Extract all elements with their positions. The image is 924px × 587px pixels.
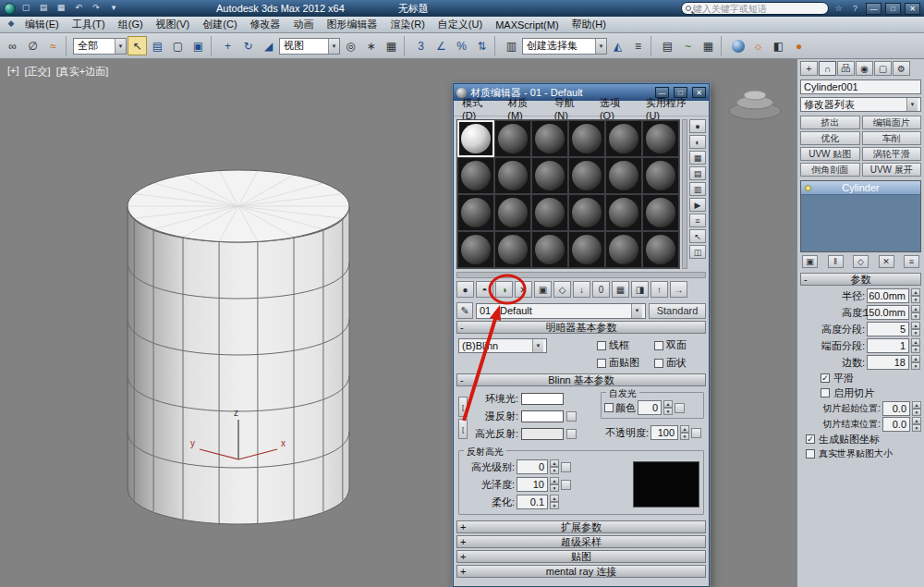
specular-level-spinner[interactable] — [550, 459, 559, 474]
layer-manager-icon[interactable]: ▤ — [658, 36, 677, 55]
dropdown-arrow-icon[interactable] — [115, 39, 126, 54]
new-scene-icon[interactable]: ▢ — [18, 2, 33, 15]
pick-material-eyedropper-icon[interactable]: ✎ — [456, 302, 473, 319]
dropdown-arrow-icon[interactable] — [631, 304, 642, 318]
get-material-icon[interactable]: ● — [456, 281, 474, 298]
search-input[interactable] — [693, 4, 824, 14]
material-slot[interactable] — [605, 157, 642, 194]
opacity-map-button[interactable] — [691, 428, 701, 438]
cap-segments-spinner[interactable] — [911, 338, 920, 353]
material-slot[interactable] — [642, 231, 679, 268]
assign-material-to-selection-icon[interactable]: ◑ — [495, 281, 513, 298]
reference-coordinate-dropdown[interactable]: 视图 — [279, 38, 340, 55]
keyboard-shortcut-override-icon[interactable]: ▦ — [382, 36, 401, 55]
material-slot-selected[interactable] — [457, 120, 494, 157]
material-slot[interactable] — [457, 157, 494, 194]
menu-views[interactable]: 视图(V) — [150, 18, 197, 31]
make-material-copy-icon[interactable]: ▣ — [534, 281, 552, 298]
go-to-parent-icon[interactable]: ↑ — [650, 281, 668, 298]
menu-rendering[interactable]: 渲染(R) — [384, 18, 432, 31]
modifier-button-unwrap-uvw[interactable]: UVW 展开 — [862, 163, 922, 177]
modifier-button-edit-patch[interactable]: 编辑面片 — [862, 116, 922, 129]
open-file-icon[interactable]: ▤ — [36, 2, 51, 15]
material-slot[interactable] — [531, 120, 568, 157]
supersampling-rollout[interactable]: 超级采样 — [456, 535, 706, 548]
make-preview-icon[interactable]: ▶ — [689, 198, 706, 212]
extended-params-rollout[interactable]: 扩展参数 — [456, 520, 706, 533]
menu-graph-editors[interactable]: 图形编辑器 — [321, 18, 384, 31]
material-slot[interactable] — [494, 231, 531, 268]
tab-modify[interactable]: ∩ — [819, 61, 836, 76]
put-to-library-icon[interactable]: ↓ — [573, 281, 590, 298]
material-slot[interactable] — [605, 120, 642, 157]
save-icon[interactable]: ▦ — [54, 2, 68, 15]
rollout-expand-icon[interactable] — [460, 536, 466, 547]
video-color-check-icon[interactable]: ▥ — [689, 182, 706, 196]
unlink-selection-icon[interactable]: ∅ — [23, 36, 43, 55]
shader-type-dropdown[interactable]: (B)Blinn — [458, 338, 547, 353]
material-slot[interactable] — [457, 194, 494, 231]
opacity-spinner[interactable] — [680, 425, 689, 440]
rollout-collapse-icon[interactable] — [804, 274, 808, 285]
window-crossing-icon[interactable]: ▣ — [188, 36, 208, 55]
diffuse-map-button[interactable] — [566, 411, 577, 422]
dropdown-arrow-icon[interactable] — [906, 98, 918, 111]
material-slot[interactable] — [531, 194, 568, 231]
real-world-checkbox[interactable] — [806, 449, 815, 459]
height-field[interactable]: 150.0mm — [867, 305, 909, 320]
sides-spinner[interactable] — [911, 355, 920, 370]
material-slot[interactable] — [605, 194, 642, 231]
rendered-frame-window-icon[interactable]: ◧ — [769, 36, 788, 55]
height-spinner[interactable] — [911, 305, 920, 320]
spinner-snap-icon[interactable]: ⇅ — [472, 36, 492, 55]
backlight-icon[interactable]: ◐ — [689, 135, 706, 149]
edit-named-selection-sets-icon[interactable]: ▥ — [502, 36, 521, 55]
material-map-navigator-icon[interactable]: ◫ — [689, 245, 706, 259]
background-icon[interactable]: ▦ — [689, 151, 706, 165]
lock-diffuse-specular-icon[interactable]: [ — [458, 419, 468, 439]
modifier-button-uvw-map[interactable]: UVW 贴图 — [800, 147, 860, 161]
rollout-collapse-icon[interactable] — [460, 322, 464, 333]
self-illumination-spinner[interactable] — [663, 400, 673, 415]
stack-item-cylinder[interactable]: Cylinder — [801, 181, 920, 195]
select-and-scale-icon[interactable]: ◢ — [259, 36, 278, 55]
put-material-to-scene-icon[interactable]: ◓ — [476, 281, 493, 298]
tab-create[interactable]: + — [800, 61, 818, 76]
sides-field[interactable]: 18 — [867, 355, 909, 370]
glossiness-spinner[interactable] — [550, 477, 559, 492]
bind-to-space-warp-icon[interactable]: ≈ — [43, 36, 63, 55]
material-id-channel-icon[interactable]: 0 — [592, 281, 610, 298]
menu-help[interactable]: 帮助(H) — [565, 18, 613, 31]
maps-rollout[interactable]: 贴图 — [456, 550, 706, 563]
use-pivot-point-center-icon[interactable]: ◎ — [341, 36, 360, 55]
face-map-checkbox[interactable] — [597, 359, 606, 368]
render-production-icon[interactable]: ● — [789, 36, 808, 55]
menu-edit[interactable]: 编辑(E) — [18, 18, 66, 31]
menu-group[interactable]: 组(G) — [112, 18, 150, 31]
material-slot[interactable] — [605, 231, 642, 268]
show-end-result-icon[interactable]: ‖ — [828, 255, 844, 268]
material-slot[interactable] — [568, 194, 605, 231]
wire-checkbox[interactable] — [597, 341, 606, 350]
tab-motion[interactable]: ◉ — [856, 61, 873, 76]
max-logo-icon[interactable] — [4, 3, 16, 15]
curve-editor-icon[interactable]: ~ — [678, 36, 698, 55]
parameters-rollout[interactable]: 参数 — [800, 273, 921, 286]
cylinder-object[interactable] — [128, 170, 349, 524]
dropdown-arrow-icon[interactable] — [532, 339, 543, 352]
lock-ambient-diffuse-icon[interactable]: [ — [458, 397, 468, 417]
ambient-color-swatch[interactable] — [521, 393, 564, 405]
quick-access-arrow-icon[interactable]: ▾ — [106, 2, 121, 15]
soften-field[interactable]: 0.1 — [517, 495, 548, 509]
self-illumination-map-button[interactable] — [675, 403, 685, 413]
slice-to-spinner[interactable] — [912, 417, 921, 432]
height-segments-spinner[interactable] — [911, 322, 920, 336]
tab-hierarchy[interactable]: 品 — [837, 61, 855, 76]
redo-icon[interactable]: ↷ — [89, 2, 103, 15]
undo-icon[interactable]: ↶ — [71, 2, 86, 15]
select-and-move-icon[interactable]: + — [218, 36, 237, 55]
viewcube[interactable] — [729, 91, 781, 119]
menu-maxscript[interactable]: MAXScript(M) — [489, 19, 565, 31]
dropdown-arrow-icon[interactable] — [595, 39, 606, 54]
specular-level-map-button[interactable] — [561, 462, 571, 472]
